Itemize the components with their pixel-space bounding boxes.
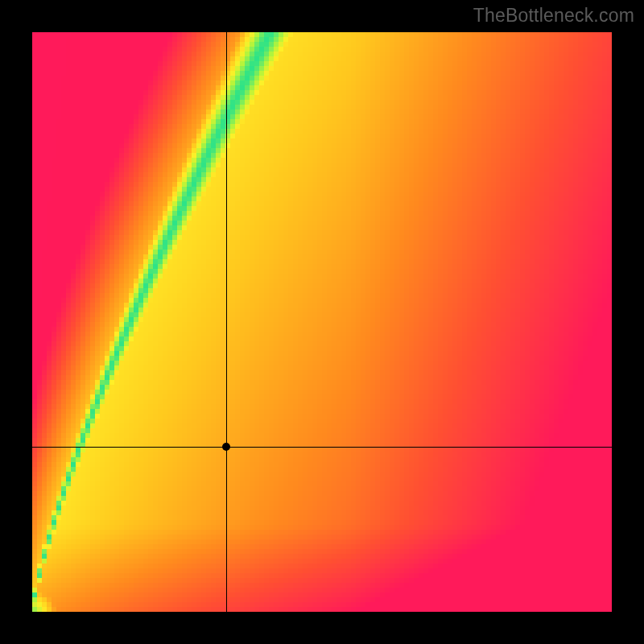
crosshair-vertical <box>226 32 227 612</box>
chart-frame: TheBottleneck.com <box>0 0 644 644</box>
heatmap-plot <box>32 32 612 612</box>
data-point-marker <box>222 443 230 451</box>
crosshair-horizontal <box>32 447 612 448</box>
heatmap-canvas <box>32 32 612 612</box>
watermark-text: TheBottleneck.com <box>473 5 634 27</box>
